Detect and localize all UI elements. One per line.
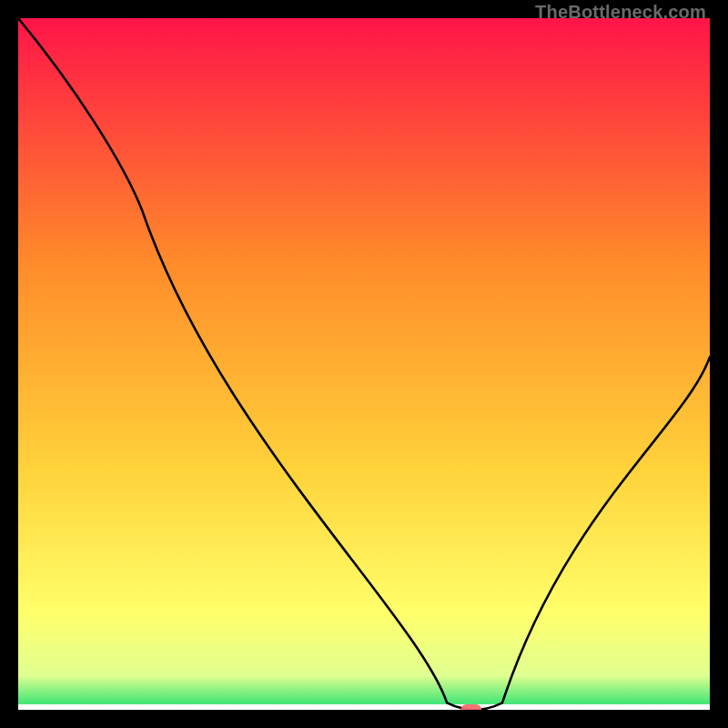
chart-background: [18, 18, 710, 710]
chart-bottom-band: [18, 704, 710, 710]
bottleneck-chart: [18, 18, 710, 710]
optimal-marker: [460, 704, 481, 710]
